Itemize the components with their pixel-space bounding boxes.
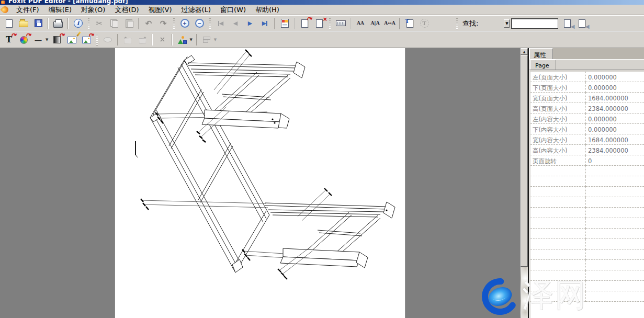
chevron-down-icon[interactable]: ▼ — [46, 38, 48, 42]
virtual-keyboard-button[interactable] — [334, 17, 347, 30]
cut-button[interactable]: ✂ — [93, 17, 106, 30]
chevron-down-icon[interactable]: ▼ — [189, 38, 192, 42]
tab-page[interactable]: Page — [530, 60, 556, 70]
align-objects-button[interactable] — [200, 33, 213, 47]
import-text-button[interactable]: T — [403, 17, 416, 30]
property-value[interactable]: 2384.000000 — [586, 145, 644, 155]
cut-scissors-icon: ✂ — [96, 19, 103, 27]
chevron-down-icon[interactable]: ▼ — [214, 38, 217, 42]
last-page-button[interactable]: ▶ — [258, 17, 272, 30]
add-image-button[interactable]: ↷ — [80, 33, 93, 47]
property-value[interactable]: 0.000000 — [586, 113, 644, 124]
property-name: 左(页面大小) — [530, 72, 586, 82]
zoom-in-button[interactable]: + — [178, 17, 191, 30]
document-icon[interactable] — [0, 5, 9, 14]
toolbar-gripper[interactable] — [329, 18, 331, 29]
menu-document[interactable]: 文档(D) — [110, 4, 143, 16]
empty-row — [530, 291, 644, 302]
delete-x-icon: × — [323, 16, 327, 22]
property-value[interactable]: 1684.000000 — [586, 134, 644, 145]
object-shapes-button[interactable] — [175, 33, 189, 47]
property-value[interactable]: 0 — [586, 155, 644, 166]
first-page-button[interactable]: ◀ — [214, 17, 228, 30]
next-page-button[interactable]: ▶ — [243, 17, 257, 30]
find-next-button[interactable]: ◀ — [575, 17, 589, 30]
add-text-button[interactable]: T↷ — [2, 33, 16, 47]
panel-title[interactable]: 属性 — [529, 48, 553, 59]
new-document-button[interactable] — [2, 17, 16, 30]
property-value[interactable]: 0.000000 — [586, 82, 644, 93]
copy-button[interactable] — [107, 17, 121, 30]
font-size-button[interactable]: AA — [354, 17, 367, 30]
rotate-page-button[interactable]: ↷ — [298, 17, 311, 30]
bring-forward-button[interactable] — [135, 33, 149, 47]
toolbar-gripper[interactable] — [173, 18, 175, 29]
scroll-up-button[interactable]: ▲ — [521, 48, 528, 55]
edit-object-button[interactable] — [101, 33, 115, 47]
toolbar-gripper[interactable] — [209, 18, 211, 29]
scrollbar-thumb[interactable] — [521, 55, 528, 267]
add-shading-button[interactable]: ↷ — [50, 33, 64, 47]
add-color-button[interactable]: ↷ — [17, 33, 30, 47]
toolbar-gripper[interactable] — [456, 18, 458, 29]
paste-button[interactable] — [122, 17, 135, 30]
vertical-scrollbar[interactable]: ▲ — [521, 48, 528, 318]
property-value[interactable]: 0.000000 — [586, 72, 644, 82]
separator — [399, 18, 400, 29]
properties-panel: 属性 Page 名称 值 左(页面大小)0.000000 下(页面大小)0.00… — [529, 48, 644, 318]
delete-object-button[interactable]: × — [155, 33, 169, 47]
toolbar-gripper[interactable] — [96, 34, 98, 46]
add-text-icon: T — [6, 36, 12, 44]
property-name: 高(页面大小) — [530, 103, 586, 113]
page-layout-button[interactable] — [278, 17, 291, 30]
document-canvas[interactable] — [0, 48, 528, 318]
zoom-out-button[interactable]: − — [193, 17, 206, 30]
property-name: 左(内容大小) — [530, 113, 586, 124]
menu-view[interactable]: 视图(V) — [144, 4, 177, 16]
table-row: 宽(内容大小)1684.000000 — [530, 134, 644, 145]
undo-button[interactable]: ↶ — [142, 17, 155, 30]
menu-window[interactable]: 窗口(W) — [216, 4, 251, 16]
delete-page-button[interactable]: × — [312, 17, 326, 30]
page-layout-icon — [281, 19, 289, 28]
chevron-down-icon[interactable]: ▼ — [504, 19, 510, 28]
text-circle-button[interactable]: T — [417, 17, 431, 30]
menu-edit[interactable]: 编辑(E) — [44, 4, 76, 16]
pdf-page[interactable] — [114, 48, 406, 318]
property-name: 页面旋转 — [530, 155, 586, 166]
save-document-button[interactable] — [31, 17, 45, 30]
property-name: 高(内容大小) — [530, 145, 586, 155]
property-value[interactable]: 0.000000 — [586, 124, 644, 134]
property-value[interactable]: 2384.000000 — [586, 103, 644, 113]
find-history-combo[interactable]: ▼ — [479, 19, 510, 28]
print-button[interactable] — [51, 17, 65, 30]
previous-page-button[interactable]: ◀ — [229, 17, 242, 30]
line-style-button[interactable]: — — [31, 33, 45, 47]
separator — [350, 18, 351, 29]
menu-object[interactable]: 对象(O) — [76, 4, 110, 16]
toolbar-gripper[interactable] — [88, 18, 89, 29]
open-document-button[interactable] — [17, 17, 30, 30]
send-backward-button[interactable] — [121, 33, 134, 47]
property-value[interactable]: 1684.000000 — [586, 93, 644, 103]
table-row: 左(页面大小)0.000000 — [530, 72, 644, 82]
square-shape-icon — [183, 40, 187, 44]
menu-help[interactable]: 帮助(H) — [251, 4, 284, 16]
table-row: 下(内容大小)0.000000 — [530, 124, 644, 134]
separator — [117, 34, 118, 46]
open-folder-icon — [19, 21, 28, 27]
find-input[interactable] — [511, 18, 558, 29]
find-previous-button[interactable]: ◀ — [560, 17, 574, 30]
menu-filter[interactable]: 过滤器(L) — [177, 4, 216, 16]
document-info-button[interactable]: i — [71, 17, 85, 30]
empty-row — [530, 176, 644, 187]
redo-button[interactable]: ↷ — [156, 17, 170, 30]
font-pair-button[interactable]: A|A — [368, 17, 382, 30]
edit-image-button[interactable] — [65, 33, 78, 47]
table-row: 左(内容大小)0.000000 — [530, 113, 644, 124]
zoom-out-icon: − — [195, 19, 204, 28]
menu-file[interactable]: 文件(F) — [12, 4, 44, 16]
letter-spacing-button[interactable]: A↔A — [383, 17, 397, 30]
send-backward-icon — [125, 38, 131, 43]
edit-object-icon — [104, 37, 112, 42]
